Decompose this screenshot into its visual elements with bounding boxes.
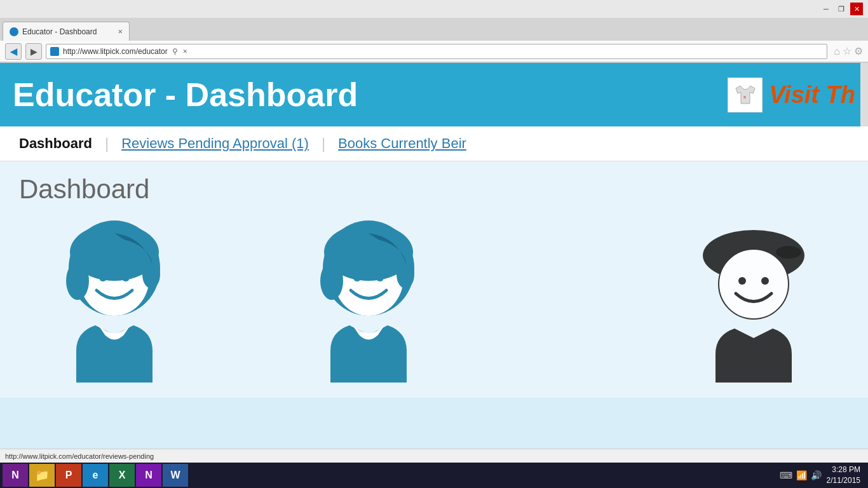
taskbar-onenote[interactable]: N <box>3 464 28 487</box>
avatars-row <box>19 217 849 385</box>
taskbar-apps: N 📁 P e X N W <box>3 464 780 487</box>
svg-point-11 <box>320 262 343 300</box>
taskbar-ie[interactable]: e <box>83 464 108 487</box>
avatar-svg-3 <box>690 217 817 383</box>
tab-close-button[interactable]: × <box>118 27 123 36</box>
clock-time: 3:28 PM <box>827 464 860 475</box>
nav-reviews-pending[interactable]: Reviews Pending Approval (1) <box>121 135 309 152</box>
page-content: Educator - Dashboard S Visit Th Dashboar… <box>0 63 868 463</box>
nav-sep-1: | <box>105 135 109 152</box>
status-url: http://www.litpick.com/educator/reviews-… <box>5 452 154 460</box>
right-nav-buttons: ⌂ ☆ ⚙ <box>834 45 863 57</box>
nav-bar: Dashboard | Reviews Pending Approval (1)… <box>0 126 868 161</box>
taskbar-right: ⌨ 📶 🔊 3:28 PM 2/11/2015 <box>780 464 865 486</box>
svg-point-13 <box>353 274 361 281</box>
taskbar-excel[interactable]: X <box>109 464 135 487</box>
main-content: Dashboard <box>0 161 868 398</box>
svg-text:S: S <box>743 95 746 99</box>
back-button[interactable]: ◀ <box>5 43 22 60</box>
taskbar-folder[interactable]: 📁 <box>29 464 55 487</box>
favorites-button[interactable]: ☆ <box>843 45 851 57</box>
page-header: Educator - Dashboard S Visit Th <box>0 63 868 126</box>
network-icon: 📶 <box>796 470 807 480</box>
student-avatar-3 <box>690 217 817 385</box>
browser-chrome: ─ ❐ ✕ Educator - Dashboard × ◀ ▶ http://… <box>0 0 868 63</box>
svg-point-6 <box>99 274 107 281</box>
nav-dashboard[interactable]: Dashboard <box>19 135 92 152</box>
tab-bar: Educator - Dashboard × <box>0 18 868 41</box>
svg-point-19 <box>761 277 769 285</box>
taskbar-onenote2[interactable]: N <box>136 464 161 487</box>
svg-point-14 <box>376 274 384 281</box>
section-title: Dashboard <box>19 174 849 205</box>
url-text: http://www.litpick.com/educator <box>63 47 168 56</box>
minimize-button[interactable]: ─ <box>820 3 832 15</box>
svg-point-4 <box>66 262 89 300</box>
clock-date: 2/11/2015 <box>827 475 860 486</box>
title-bar: ─ ❐ ✕ <box>0 0 868 18</box>
taskbar: N 📁 P e X N W ⌨ 📶 🔊 3:28 PM 2/11/2015 <box>0 463 868 488</box>
url-favicon-icon <box>50 47 59 56</box>
shirt-image: S <box>728 78 763 112</box>
title-bar-buttons: ─ ❐ ✕ <box>820 3 863 15</box>
student-avatar-2 <box>305 217 432 385</box>
page-title: Educator - Dashboard <box>13 76 358 114</box>
home-button[interactable]: ⌂ <box>834 45 840 57</box>
system-tray-icons: ⌨ 📶 🔊 <box>780 470 822 480</box>
svg-point-7 <box>122 274 130 281</box>
avatar-svg-2 <box>305 217 432 383</box>
page-scrollbar[interactable] <box>860 63 868 126</box>
taskbar-powerpoint[interactable]: P <box>56 464 81 487</box>
taskbar-word[interactable]: W <box>163 464 188 487</box>
nav-books-currently[interactable]: Books Currently Beir <box>338 135 466 152</box>
svg-point-16 <box>776 246 801 259</box>
avatar-svg-1 <box>51 217 178 383</box>
restore-button[interactable]: ❐ <box>835 3 848 15</box>
url-actions: ⚲ × <box>170 46 189 57</box>
keyboard-icon: ⌨ <box>780 470 792 480</box>
visit-text: Visit Th <box>769 81 855 109</box>
svg-point-12 <box>397 261 414 288</box>
svg-point-5 <box>142 261 160 288</box>
header-right: S Visit Th <box>728 78 855 112</box>
settings-button[interactable]: ⚙ <box>854 45 863 57</box>
url-close-button[interactable]: × <box>181 46 189 57</box>
volume-icon: 🔊 <box>811 470 822 480</box>
close-button[interactable]: ✕ <box>850 3 863 15</box>
tab-title: Educator - Dashboard <box>22 27 97 36</box>
clock: 3:28 PM 2/11/2015 <box>827 464 860 486</box>
url-field[interactable]: http://www.litpick.com/educator ⚲ × <box>46 44 827 59</box>
svg-point-18 <box>738 277 746 285</box>
status-bar: http://www.litpick.com/educator/reviews-… <box>0 449 868 463</box>
svg-point-17 <box>719 249 789 319</box>
shirt-svg-icon: S <box>733 82 758 107</box>
student-avatar-1 <box>51 217 178 385</box>
nav-sep-2: | <box>322 135 325 152</box>
address-bar: ◀ ▶ http://www.litpick.com/educator ⚲ × … <box>0 41 868 62</box>
url-search-button[interactable]: ⚲ <box>170 46 180 57</box>
tab-favicon <box>10 27 18 36</box>
forward-button[interactable]: ▶ <box>25 43 42 60</box>
browser-tab[interactable]: Educator - Dashboard × <box>3 22 130 41</box>
